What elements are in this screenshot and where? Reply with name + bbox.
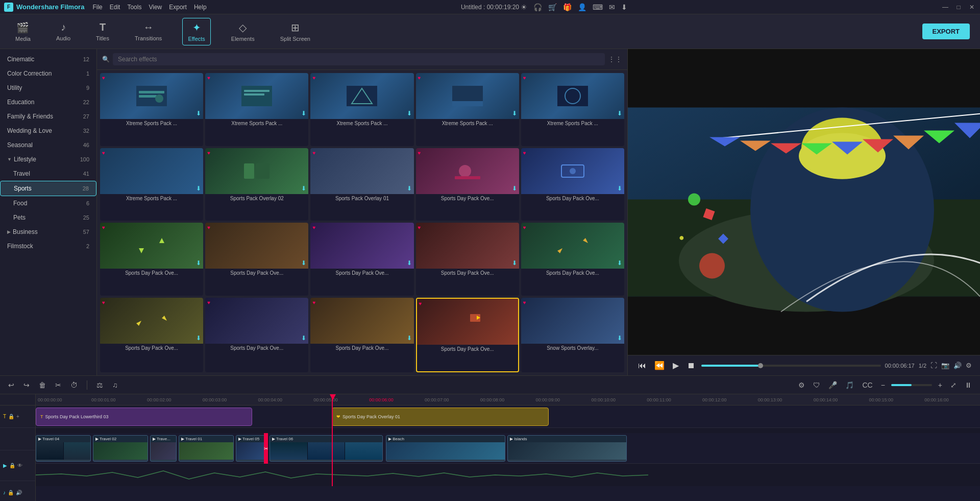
sidebar-item-business[interactable]: ▶ Business 57	[0, 225, 96, 239]
menu-export[interactable]: Export	[169, 4, 187, 11]
track-scroll-area[interactable]: 00:00:00:00 00:00:01:00 00:00:02:00 00:0…	[36, 394, 980, 501]
close-button[interactable]: ✕	[968, 3, 976, 11]
effect-item-6[interactable]: ♥ ⬇ Xtreme Sports Pack ...	[100, 148, 203, 221]
fullscreen-icon[interactable]: ⛶	[930, 362, 937, 369]
fit-icon[interactable]: ⤢	[948, 379, 959, 391]
video-track-eye[interactable]: 👁	[17, 463, 22, 468]
sidebar-item-food[interactable]: Food 6	[0, 196, 96, 210]
effect-item-15[interactable]: ♥ ⬇ Sports Day Pack Ove...	[521, 223, 624, 296]
adjust-icon[interactable]: ⚖	[94, 379, 105, 391]
tool-transitions[interactable]: ↔ Transitions	[130, 18, 167, 44]
effect-item-11[interactable]: ♥ ⬇ Sports Day Pack Ove...	[100, 223, 203, 296]
effect-item-16[interactable]: ♥ ⬇ Sports Day Pack Ove...	[100, 298, 203, 373]
menu-edit[interactable]: Edit	[110, 4, 120, 11]
cart-icon[interactable]: 🛒	[548, 3, 557, 11]
zoom-bar[interactable]	[891, 384, 932, 386]
menu-tools[interactable]: Tools	[127, 4, 141, 11]
tool-titles[interactable]: T Titles	[91, 18, 114, 44]
clip-travel-04[interactable]: ▶ Travel 04	[36, 435, 91, 462]
snapshot-icon[interactable]: 📷	[941, 362, 949, 369]
clip-islands[interactable]: ▶ Islands	[507, 435, 627, 462]
effect-item-3[interactable]: ♥ ⬇ Xtreme Sports Pack ...	[310, 73, 413, 146]
sidebar-item-pets[interactable]: Pets 25	[0, 210, 96, 225]
video-track-lock[interactable]: 🔒	[9, 463, 15, 468]
effect-item-1[interactable]: ♥ ⬇ Xtreme Sports Pack ...	[100, 73, 203, 146]
effect-item-4[interactable]: ♥ ⬇ Xtreme Sports Pack ...	[416, 73, 519, 146]
shield-icon[interactable]: 🛡	[811, 379, 822, 391]
effect-item-17[interactable]: ♥ ⬇ Sports Day Pack Ove...	[205, 298, 308, 373]
redo-icon[interactable]: ↪	[21, 379, 32, 391]
settings-icon[interactable]: ⚙	[966, 362, 972, 369]
sidebar-item-education[interactable]: Education 22	[0, 95, 96, 109]
audio-adjust-icon[interactable]: ♫	[110, 379, 120, 391]
mail-icon[interactable]: ✉	[609, 3, 615, 11]
tool-elements[interactable]: ◇ Elements	[226, 18, 260, 45]
effect-item-14[interactable]: ♥ ⬇ Sports Day Pack Ove...	[416, 223, 519, 296]
effect-item-19[interactable]: ♥ Sports Day Pack Ove...	[416, 298, 519, 373]
sidebar-item-travel[interactable]: Travel 41	[0, 166, 96, 181]
search-input[interactable]	[113, 53, 605, 65]
tool-effects[interactable]: ✦ Effects	[182, 18, 210, 45]
effect-item-12[interactable]: ♥ ⬇ Sports Day Pack Ove...	[205, 223, 308, 296]
clip-lowerthird[interactable]: T Sports Day Pack Lowerthird 03	[36, 408, 252, 426]
maximize-button[interactable]: □	[954, 3, 963, 11]
keyboard-icon[interactable]: ⌨	[593, 3, 603, 11]
mic-icon[interactable]: 🎤	[826, 379, 839, 391]
effect-item-13[interactable]: ♥ ⬇ Sports Day Pack Ove...	[310, 223, 413, 296]
headphones-icon[interactable]: 🎧	[533, 3, 542, 11]
sidebar-item-sports[interactable]: Sports 28	[0, 181, 96, 196]
effect-item-8[interactable]: ♥ ⬇ Sports Pack Overlay 01	[310, 148, 413, 221]
progress-bar[interactable]	[701, 365, 881, 367]
effect-item-20[interactable]: ♥ ⬇ Snow Sports Overlay...	[521, 298, 624, 373]
clip-travel-02[interactable]: ▶ Travel 02	[93, 435, 148, 462]
effect-track-lock[interactable]: 🔒	[8, 414, 14, 419]
clip-travel-05[interactable]: ▶ Travel 05	[236, 435, 266, 462]
clip-beach[interactable]: ▶ Beach	[386, 435, 505, 462]
export-button[interactable]: EXPORT	[922, 23, 970, 39]
effect-item-7[interactable]: ♥ ⬇ Sports Pack Overlay 02	[205, 148, 308, 221]
sidebar-item-utility[interactable]: Utility 9	[0, 81, 96, 95]
sidebar-item-seasonal[interactable]: Seasonal 46	[0, 138, 96, 152]
effect-item-10[interactable]: ♥ ⬇ Sports Day Pack Ove...	[521, 148, 624, 221]
time-icon[interactable]: ⏱	[68, 379, 80, 391]
sidebar-item-family-friends[interactable]: Family & Friends 27	[0, 109, 96, 124]
skip-back-button[interactable]: ⏮	[636, 359, 648, 372]
download-icon[interactable]: ⬇	[621, 3, 627, 11]
tool-split-screen[interactable]: ⊞ Split Screen	[275, 18, 315, 45]
volume-icon[interactable]: 🔊	[953, 362, 962, 369]
minimize-button[interactable]: —	[941, 3, 949, 11]
zoom-in-icon[interactable]: +	[936, 379, 944, 391]
effect-item-9[interactable]: ♥ ⬇ Sports Day Pack Ove...	[416, 148, 519, 221]
progress-handle[interactable]	[758, 363, 763, 368]
clip-overlay-01[interactable]: ❤ Sports Day Pack Overlay 01	[332, 408, 549, 426]
effect-item-18[interactable]: ♥ ⬇ Sports Day Pack Ove...	[310, 298, 413, 373]
undo-icon[interactable]: ↩	[6, 379, 16, 391]
clip-travel-01[interactable]: ▶ Travel 01	[179, 435, 234, 462]
grid-view-icon[interactable]: ⋮⋮	[608, 55, 622, 63]
effect-track-btn[interactable]: +	[16, 414, 19, 419]
clip-travel-short[interactable]: ▶ Trave...	[150, 435, 177, 462]
zoom-out-icon[interactable]: −	[879, 379, 887, 391]
effect-item-5[interactable]: ♥ ⬇ Xtreme Sports Pack ...	[521, 73, 624, 146]
step-back-button[interactable]: ⏪	[652, 359, 667, 372]
clip-travel-06[interactable]: ▶ Travel 06	[270, 435, 383, 462]
sun-icon[interactable]: ☀	[521, 3, 527, 11]
music-icon[interactable]: 🎵	[843, 379, 856, 391]
gift-icon[interactable]: 🎁	[563, 3, 572, 11]
sidebar-item-filmstock[interactable]: Filmstock 2	[0, 239, 96, 253]
pause-icon[interactable]: ⏸	[963, 379, 974, 391]
stop-button[interactable]: ⏹	[685, 359, 697, 372]
tool-audio[interactable]: ♪ Audio	[51, 18, 76, 44]
scissors-icon[interactable]: ✂	[53, 379, 63, 391]
sidebar-item-lifestyle[interactable]: ▼ Lifestyle 100	[0, 152, 96, 166]
menu-help[interactable]: Help	[194, 4, 207, 11]
play-button[interactable]: ▶	[671, 359, 681, 372]
audio-track-lock[interactable]: 🔒	[8, 490, 14, 495]
caption-icon[interactable]: CC	[860, 379, 874, 391]
audio-track-vol[interactable]: 🔊	[16, 490, 22, 495]
menu-view[interactable]: View	[149, 4, 162, 11]
sidebar-item-color-correction[interactable]: Color Correction 1	[0, 66, 96, 81]
settings2-icon[interactable]: ⚙	[796, 379, 807, 391]
sidebar-item-cinematic[interactable]: Cinematic 12	[0, 52, 96, 66]
tool-media[interactable]: 🎬 Media	[10, 18, 36, 45]
